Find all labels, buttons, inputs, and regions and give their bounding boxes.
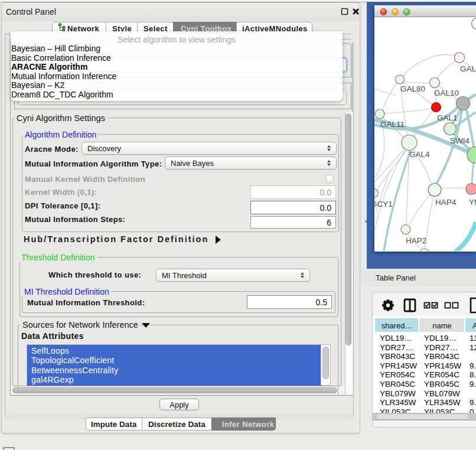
svg-text:GAL1: GAL1	[437, 113, 458, 122]
svg-text:GAL: GAL	[460, 64, 476, 73]
svg-text:HAP2: HAP2	[406, 236, 426, 245]
svg-text:GAL10: GAL10	[434, 89, 459, 97]
svg-text:GCY1: GCY1	[374, 200, 393, 208]
svg-text:HAP4: HAP4	[435, 198, 457, 207]
svg-text:YM: YM	[469, 198, 476, 207]
svg-text:GAL4: GAL4	[409, 150, 430, 159]
svg-text:SWI4: SWI4	[450, 136, 470, 145]
svg-text:GAL11: GAL11	[380, 120, 405, 129]
svg-text:GAL80: GAL80	[400, 84, 425, 93]
